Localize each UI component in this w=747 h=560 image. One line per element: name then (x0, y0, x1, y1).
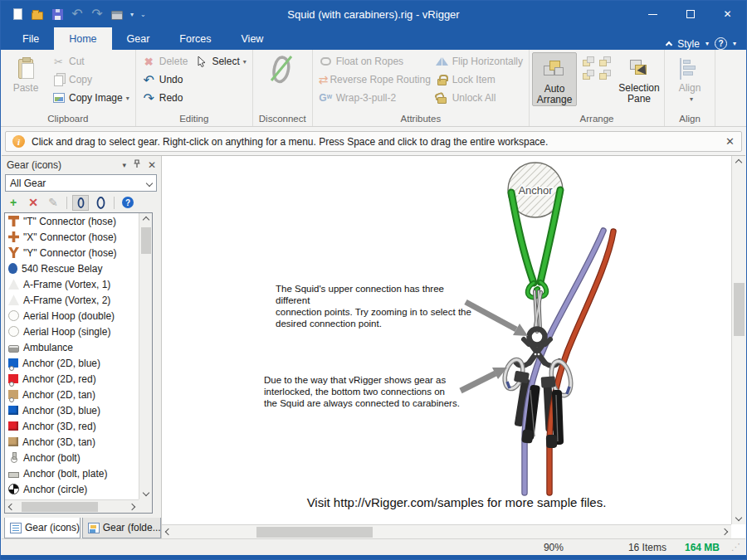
bring-forward-icon[interactable] (582, 56, 595, 67)
sidebar-tab-gear-icons[interactable]: Gear (icons) (4, 518, 81, 538)
print-icon[interactable] (110, 7, 124, 21)
wrap-3-pull-2-button[interactable]: Gʷ Wrap-3-pull-2 (315, 89, 432, 107)
canvas-scroll-right-icon[interactable] (718, 525, 731, 538)
canvas-vscrollbar[interactable] (731, 156, 745, 524)
zoom-level[interactable]: 90% (544, 542, 564, 553)
gear-item[interactable]: Aerial Hoop (single) (5, 324, 139, 339)
annotation-arrow-upper (466, 302, 528, 336)
gear-item[interactable]: "X" Connector (hose) (5, 229, 139, 245)
gear-item-label: Anchor (3D, red) (22, 421, 96, 432)
select-button[interactable]: Select ▾ (191, 52, 249, 71)
reverse-rope-routing-button[interactable]: ⇄ Reverse Rope Routing (315, 71, 432, 89)
qat-customize-icon[interactable]: ⌄ (140, 11, 146, 18)
print-dropdown-icon[interactable]: ▾ (130, 11, 134, 18)
style-button[interactable]: Style (677, 38, 700, 50)
gear-item[interactable]: Anchor (2D, red) (5, 371, 139, 387)
edit-gear-button[interactable]: ✎ (45, 195, 61, 211)
panel-menu-icon[interactable]: ▾ (122, 161, 126, 169)
tab-view[interactable]: View (227, 27, 279, 50)
send-backward-icon[interactable] (598, 56, 612, 67)
gear-item[interactable]: Anchor (3D, blue) (5, 402, 139, 418)
save-icon[interactable] (51, 7, 64, 21)
gear-item[interactable]: Anchor (bolt) (5, 450, 139, 465)
paste-button[interactable]: Paste (3, 52, 48, 94)
undo-icon: ↶ (142, 73, 156, 86)
flip-horizontally-button[interactable]: Flip Horizontally (432, 52, 526, 71)
tab-gear[interactable]: Gear (112, 27, 165, 50)
tab-file[interactable]: File (7, 27, 54, 50)
gear-item[interactable]: 540 Rescue Belay (5, 261, 139, 276)
auto-arrange-button[interactable]: Auto Arrange (532, 52, 577, 106)
select-dropdown-icon[interactable]: ▾ (243, 58, 247, 66)
gear-list-hscrollbar[interactable] (5, 499, 139, 513)
info-close-icon[interactable]: ✕ (725, 135, 735, 148)
minimize-button[interactable] (634, 1, 671, 27)
gear-item[interactable]: Anchor (2D, tan) (5, 387, 139, 402)
close-button[interactable]: ✕ (709, 1, 746, 27)
unlock-all-button[interactable]: Unlock All (432, 89, 526, 107)
gear-item[interactable]: "T" Connector (hose) (5, 213, 139, 229)
help-dropdown-icon[interactable]: ▾ (733, 40, 736, 47)
qat-undo-icon[interactable]: ↶ (71, 7, 84, 21)
workspace-canvas[interactable]: Anchor (162, 156, 745, 538)
gear-help-button[interactable]: ? (120, 195, 136, 211)
disconnect-button[interactable] (259, 52, 304, 83)
canvas-scroll-up-icon[interactable] (732, 156, 745, 169)
collapse-ribbon-icon[interactable] (666, 41, 672, 48)
hscroll-thumb[interactable] (22, 502, 98, 512)
help-icon[interactable]: ? (715, 37, 727, 50)
send-to-back-icon[interactable] (598, 69, 612, 80)
selection-pane-button[interactable]: Selection Pane (617, 52, 662, 105)
copy-button[interactable]: Copy (48, 71, 133, 89)
style-dropdown-icon[interactable]: ▾ (706, 40, 709, 47)
cut-button[interactable]: ✂ Cut (48, 52, 133, 71)
gear-item[interactable]: Aerial Hoop (double) (5, 308, 139, 324)
sidebar-tab-gear-folders[interactable]: Gear (folde... (82, 518, 161, 538)
open-file-icon[interactable] (31, 7, 44, 21)
maximize-button[interactable] (671, 1, 709, 27)
copy-image-dropdown-icon[interactable]: ▾ (126, 95, 129, 102)
align-group-label: Align (667, 112, 712, 126)
qat-redo-icon[interactable]: ↷ (90, 7, 104, 21)
small-icons-toggle[interactable] (72, 195, 89, 211)
gear-item[interactable]: Anchor (bolt, plate) (5, 465, 139, 481)
gear-item[interactable]: Anchor (2D, blue) (5, 355, 139, 371)
canvas-vscroll-thumb[interactable] (734, 283, 745, 336)
align-button[interactable]: Align ▾ (667, 52, 712, 105)
gear-item[interactable]: A-Frame (Vortex, 1) (5, 276, 139, 292)
scroll-left-icon[interactable] (5, 500, 18, 514)
bring-to-front-icon[interactable] (582, 69, 595, 80)
large-icons-toggle[interactable] (92, 195, 109, 211)
float-on-ropes-button[interactable]: Float on Ropes (315, 52, 432, 71)
gear-item[interactable]: Anchor (circle) (5, 481, 139, 497)
gear-item[interactable]: "Y" Connector (hose) (5, 245, 139, 261)
resize-grip[interactable]: ⋰ (731, 542, 740, 553)
canvas-hscrollbar[interactable] (162, 524, 731, 538)
delete-button[interactable]: ✖ Delete (139, 52, 192, 71)
gear-item[interactable]: A-Frame (Vortex, 2) (5, 292, 139, 308)
add-gear-button[interactable]: + (5, 195, 22, 211)
panel-close-icon[interactable]: ✕ (148, 159, 156, 171)
gear-filter-select[interactable]: All Gear (5, 174, 157, 192)
tab-home[interactable]: Home (54, 27, 111, 50)
gear-list-vscrollbar[interactable] (139, 213, 152, 499)
copy-image-button[interactable]: Copy Image ▾ (48, 89, 133, 107)
gear-item[interactable]: Anchor (3D, tan) (5, 434, 139, 450)
align-dropdown-icon[interactable]: ▾ (690, 94, 693, 105)
canvas-scroll-down-icon[interactable] (732, 511, 745, 524)
scroll-down-icon[interactable] (139, 486, 153, 499)
scroll-right-icon[interactable] (125, 500, 139, 514)
canvas-hscroll-thumb[interactable] (256, 527, 373, 538)
pin-icon[interactable] (133, 159, 141, 171)
vscroll-thumb[interactable] (141, 227, 151, 254)
gear-item[interactable]: Ambulance (5, 339, 139, 355)
delete-gear-button[interactable]: ✕ (25, 195, 42, 211)
gear-item[interactable]: Anchor (3D, red) (5, 418, 139, 434)
new-file-icon[interactable] (11, 7, 24, 21)
lock-item-button[interactable]: Lock Item (432, 71, 526, 89)
tab-forces[interactable]: Forces (164, 27, 226, 50)
canvas-scroll-left-icon[interactable] (162, 525, 175, 538)
undo-button[interactable]: ↶ Undo (139, 71, 250, 89)
scroll-up-icon[interactable] (139, 213, 153, 226)
redo-button[interactable]: ↷ Redo (139, 89, 250, 107)
